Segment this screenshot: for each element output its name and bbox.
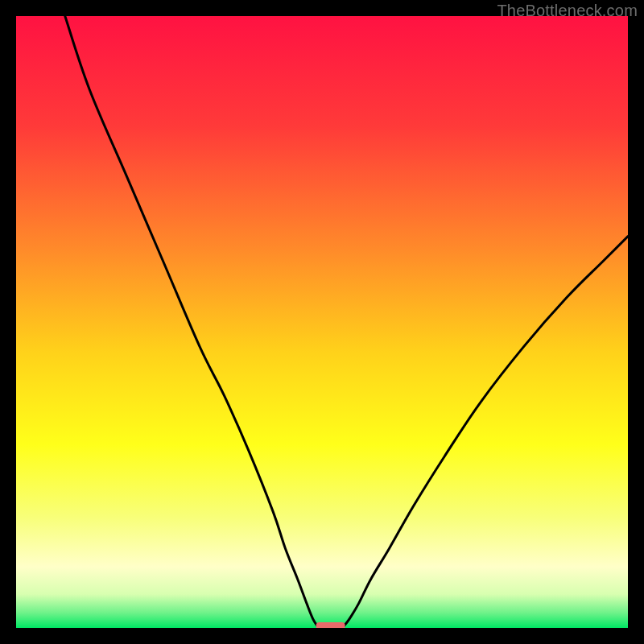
plot-area [16,16,628,628]
gradient-background [16,16,628,628]
bottleneck-flat-marker [316,622,345,628]
chart-frame: TheBottleneck.com [0,0,644,644]
watermark-text: TheBottleneck.com [497,2,638,20]
bottleneck-curve-chart [16,16,628,628]
